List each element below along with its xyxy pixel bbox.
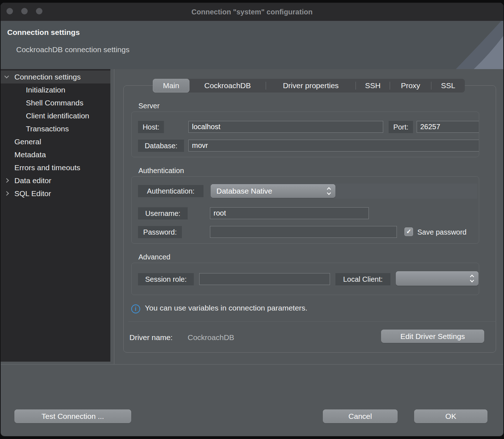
sidebar-item-client-identification[interactable]: Client identification	[1, 109, 110, 122]
sidebar-item-connection-settings[interactable]: Connection settings	[1, 71, 110, 83]
popup-chevrons-icon	[327, 187, 331, 195]
page-title: Connection settings	[7, 28, 80, 37]
cancel-button[interactable]: Cancel	[323, 409, 398, 423]
username-input[interactable]	[210, 207, 369, 219]
driver-name-label: Driver name:	[129, 333, 173, 342]
authentication-group-label: Authentication	[138, 167, 184, 175]
footer-divider	[1, 364, 503, 365]
settings-sidebar: Connection settings Initialization Shell…	[1, 69, 114, 364]
password-input[interactable]	[210, 226, 397, 238]
save-password-checkbox[interactable]: ✓	[404, 227, 413, 236]
tab-ssh[interactable]: SSH	[356, 79, 390, 92]
info-text: You can use variables in connection para…	[145, 304, 307, 312]
sidebar-item-metadata[interactable]: Metadata	[1, 148, 110, 161]
connection-tabs: Main CockroachDB Driver properties SSH P…	[153, 79, 465, 92]
database-input[interactable]	[188, 140, 479, 151]
sidebar-item-initialization[interactable]: Initialization	[1, 83, 110, 96]
info-icon: i	[131, 304, 140, 313]
chevron-down-icon[interactable]	[4, 74, 9, 78]
sidebar-item-shell-commands[interactable]: Shell Commands	[1, 96, 110, 109]
test-connection-button[interactable]: Test Connection ...	[14, 409, 131, 423]
database-label: Database:	[138, 140, 184, 152]
driver-separator	[128, 321, 496, 322]
sidebar-item-sql-editor[interactable]: SQL Editor	[1, 187, 110, 200]
window-title: Connection "system" configuration	[1, 3, 503, 21]
port-label: Port:	[389, 121, 413, 133]
page-subtitle: CockroachDB connection settings	[16, 45, 129, 54]
header-decoration	[435, 21, 503, 69]
host-input[interactable]	[188, 121, 383, 133]
session-role-label: Session role:	[138, 273, 194, 285]
server-group-label: Server	[138, 102, 160, 110]
username-label: Username:	[138, 207, 188, 220]
chevron-right-icon[interactable]	[4, 178, 9, 183]
authentication-label: Authentication:	[138, 185, 203, 197]
dialog-header: Connection settings CockroachDB connecti…	[1, 21, 503, 69]
driver-name-value: CockroachDB	[188, 333, 234, 342]
save-password-label: Save password	[417, 226, 467, 238]
host-label: Host:	[138, 121, 164, 133]
tab-ssl[interactable]: SSL	[431, 79, 465, 92]
sidebar-item-transactions[interactable]: Transactions	[1, 122, 110, 135]
server-group: Host: Port: Database:	[131, 112, 479, 157]
advanced-group-label: Advanced	[138, 253, 170, 261]
local-client-dropdown[interactable]	[396, 271, 478, 286]
session-role-input[interactable]	[199, 273, 330, 285]
popup-chevrons-icon	[470, 275, 474, 282]
sidebar-item-data-editor[interactable]: Data editor	[1, 174, 110, 187]
settings-tree: Connection settings Initialization Shell…	[1, 69, 110, 362]
tab-driver-properties[interactable]: Driver properties	[266, 79, 356, 92]
sidebar-item-general[interactable]: General	[1, 135, 110, 148]
chevron-right-icon[interactable]	[4, 191, 9, 196]
authentication-dropdown[interactable]: Database Native	[211, 184, 335, 198]
password-label: Password:	[138, 226, 182, 238]
edit-driver-settings-button[interactable]: Edit Driver Settings	[381, 330, 484, 343]
ok-button[interactable]: OK	[414, 409, 487, 423]
title-bar: Connection "system" configuration	[1, 3, 503, 21]
tab-main[interactable]: Main	[153, 79, 189, 92]
sidebar-item-errors-and-timeouts[interactable]: Errors and timeouts	[1, 161, 110, 174]
tab-cockroachdb[interactable]: CockroachDB	[189, 79, 266, 92]
connection-config-dialog: Connection "system" configuration Connec…	[1, 3, 503, 436]
tab-proxy[interactable]: Proxy	[390, 79, 431, 92]
authentication-group: Authentication: Database Native Username…	[131, 176, 479, 244]
local-client-label: Local Client:	[335, 273, 390, 285]
port-input[interactable]	[417, 121, 479, 133]
advanced-group: Session role: Local Client:	[131, 263, 479, 295]
